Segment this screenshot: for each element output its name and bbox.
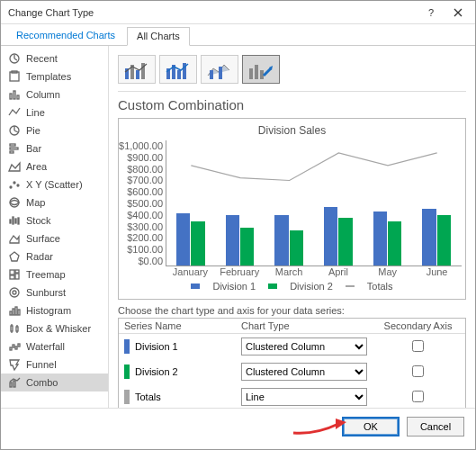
tab-recommended[interactable]: Recommended Charts [6,26,125,45]
sidebar-item-recent[interactable]: Recent [1,50,108,68]
svg-point-13 [10,198,19,207]
bar [338,218,352,266]
sidebar-item-sunburst[interactable]: Sunburst [1,284,108,302]
chart-type-icon [8,178,21,191]
bar [176,213,190,266]
svg-point-24 [13,291,16,294]
sidebar-item-pie[interactable]: Pie [1,122,108,140]
main-panel: Custom Combination Division Sales $1,000… [109,46,475,408]
sidebar-item-box-whisker[interactable]: Box & Whisker [1,320,108,338]
svg-rect-8 [10,148,18,149]
sidebar-item-bar[interactable]: Bar [1,140,108,158]
titlebar: Change Chart Type ? [1,1,475,24]
series-color-swatch [124,339,130,354]
chart-type-icon [8,70,21,83]
bar [422,209,436,266]
svg-rect-48 [255,65,258,79]
sidebar-item-combo[interactable]: Combo [1,374,108,392]
svg-rect-32 [13,345,14,347]
sidebar-item-treemap[interactable]: Treemap [1,266,108,284]
svg-rect-26 [13,309,14,315]
svg-rect-43 [177,70,181,79]
svg-marker-18 [10,252,19,261]
svg-rect-19 [10,270,14,274]
series-color-swatch [124,364,130,379]
svg-rect-25 [10,311,12,315]
sidebar-item-surface[interactable]: Surface [1,230,108,248]
sidebar-item-line[interactable]: Line [1,104,108,122]
bar [274,215,288,266]
chart-type-icon [8,358,21,371]
chart-type-icon [8,232,21,245]
x-axis: JanuaryFebruaryMarchAprilMayJune [122,266,462,277]
series-grid: Series Name Chart Type Secondary Axis Di… [118,318,466,408]
chart-type-icon [8,52,21,65]
combo-subtype-1[interactable] [118,55,156,84]
sidebar-item-templates[interactable]: Templates [1,68,108,86]
chart-type-icon [8,268,21,281]
series-color-swatch [124,390,130,404]
tab-all-charts[interactable]: All Charts [127,27,190,46]
sidebar-item-area[interactable]: Area [1,158,108,176]
svg-point-12 [17,184,19,186]
svg-rect-16 [15,219,16,223]
dialog-body: RecentTemplatesColumnLinePieBarAreaX Y (… [1,46,475,408]
chart-type-select[interactable]: Clustered ColumnStacked ColumnLineAreaSc… [241,338,367,356]
svg-rect-20 [15,270,19,273]
svg-rect-4 [13,91,15,99]
sidebar-item-column[interactable]: Column [1,86,108,104]
combo-subtype-custom[interactable] [242,55,280,84]
svg-rect-21 [15,274,19,279]
chart-preview: Division Sales $1,000.00$900.00$800.00$7… [118,118,466,300]
svg-point-11 [13,182,15,184]
sidebar-item-funnel[interactable]: Funnel [1,356,108,374]
section-title: Custom Combination [118,92,466,118]
bar [191,221,204,266]
chart-type-icon [8,376,21,389]
chart-type-icon [8,196,21,209]
bar [373,212,387,266]
combo-subtype-row [118,51,466,92]
close-button[interactable] [445,4,472,22]
chart-type-select[interactable]: Clustered ColumnStacked ColumnLineAreaSc… [241,363,367,381]
tabs: Recommended Charts All Charts [1,26,475,46]
svg-rect-46 [219,67,222,79]
sidebar-item-waterfall[interactable]: Waterfall [1,338,108,356]
bar [437,215,451,266]
secondary-axis-checkbox[interactable] [412,340,424,352]
series-row: TotalsClustered ColumnStacked ColumnLine… [119,384,465,408]
svg-rect-9 [10,151,13,153]
y-axis: $1,000.00$900.00$800.00$700.00$600.00$50… [122,140,166,266]
col-series-name: Series Name [124,320,241,331]
svg-point-10 [10,186,12,188]
sidebar-item-histogram[interactable]: Histogram [1,302,108,320]
bar [388,221,401,266]
sidebar-item-radar[interactable]: Radar [1,248,108,266]
chart-type-icon [8,214,21,227]
chart-type-icon [8,340,21,353]
sidebar-item-x-y-scatter-[interactable]: X Y (Scatter) [1,176,108,194]
window-title: Change Chart Type [8,7,418,18]
chart-type-select[interactable]: Clustered ColumnStacked ColumnLineAreaSc… [241,388,367,406]
sidebar-item-stock[interactable]: Stock [1,212,108,230]
series-row: Division 1Clustered ColumnStacked Column… [119,334,465,359]
chart-type-icon [8,304,21,317]
chart-type-icon [8,124,21,137]
chart-type-icon [8,286,21,299]
combo-subtype-3[interactable] [201,55,238,84]
svg-rect-17 [18,218,19,224]
svg-rect-35 [10,382,12,387]
chart-type-icon [8,322,21,335]
col-secondary-axis: Secondary Axis [376,320,460,331]
secondary-axis-checkbox[interactable] [412,365,424,377]
svg-rect-47 [249,68,253,79]
sidebar-item-map[interactable]: Map [1,194,108,212]
svg-rect-14 [10,220,11,223]
secondary-axis-checkbox[interactable] [412,391,424,402]
chart-category-sidebar: RecentTemplatesColumnLinePieBarAreaX Y (… [1,46,109,408]
cancel-button[interactable]: Cancel [407,417,464,436]
combo-subtype-2[interactable] [159,55,197,84]
bar [324,207,337,266]
arrow-annotation [289,413,352,438]
help-button[interactable]: ? [418,4,445,22]
